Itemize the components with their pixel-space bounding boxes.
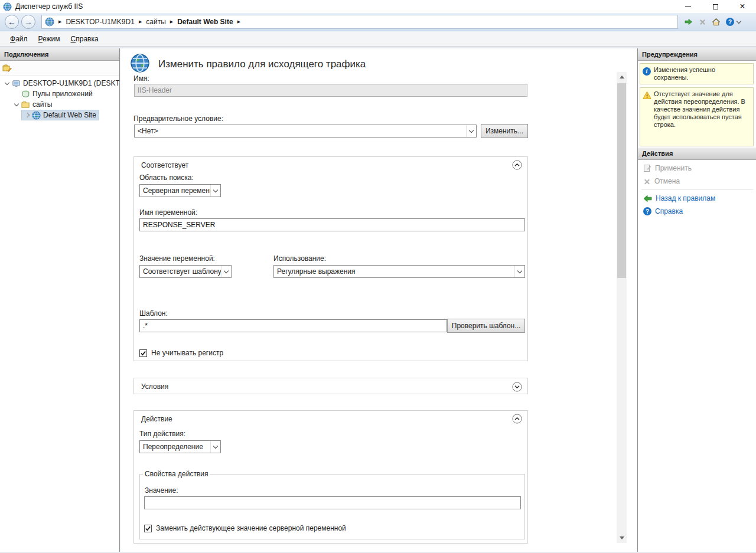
chevron-right-icon: ▶ — [237, 19, 240, 24]
chevron-down-icon — [221, 266, 231, 277]
info-icon: i — [643, 66, 654, 81]
actions-separator — [641, 189, 753, 190]
server-icon — [12, 79, 21, 88]
replace-variable-row[interactable]: Заменить действующее значение серверной … — [144, 524, 346, 532]
connections-toolbar — [0, 61, 119, 76]
back-arrow-icon: ← — [8, 17, 16, 27]
collapsed-chevron-icon[interactable] — [22, 113, 32, 117]
tree-item-sites[interactable]: сайты — [0, 99, 119, 110]
close-button[interactable]: × — [729, 0, 756, 13]
close-icon: × — [739, 2, 745, 11]
minimize-button[interactable] — [674, 0, 702, 13]
menu-help[interactable]: Справка — [66, 32, 104, 45]
collapse-down-icon[interactable] — [512, 382, 522, 392]
apply-action: Применить — [638, 162, 756, 175]
iis-app-icon — [3, 2, 12, 11]
help-icon: ? — [643, 207, 651, 215]
title-bar: Диспетчер служб IIS × — [0, 0, 756, 13]
variable-name-input[interactable] — [139, 218, 525, 231]
triangle-up-icon — [620, 76, 624, 78]
conditions-section: Условия — [133, 378, 528, 394]
variable-name-label: Имя переменной: — [139, 208, 197, 217]
variable-value-value: Соответствует шаблону — [143, 267, 221, 276]
variable-value-select[interactable]: Соответствует шаблону — [139, 265, 232, 278]
site-globe-icon — [45, 17, 54, 27]
connections-header: Подключения — [0, 48, 119, 61]
chevron-down-icon — [514, 266, 524, 277]
chevron-right-icon: ▶ — [170, 19, 173, 24]
help-label[interactable]: Справка — [655, 207, 683, 215]
pattern-input[interactable] — [139, 319, 447, 332]
forward-arrow-icon: → — [24, 17, 32, 27]
create-connection-icon[interactable] — [2, 63, 12, 73]
actions-header: Действия — [638, 148, 756, 160]
ignore-case-label: Не учитывать регистр — [151, 349, 223, 357]
scrollbar-thumb[interactable] — [617, 83, 626, 278]
scroll-down-button[interactable] — [617, 533, 627, 543]
forward-button[interactable]: → — [21, 15, 35, 29]
variable-value-label: Значение переменной: — [139, 254, 215, 263]
collapse-up-icon[interactable] — [512, 414, 522, 424]
expand-chevron-icon[interactable] — [2, 82, 12, 84]
maximize-button[interactable] — [702, 0, 729, 13]
name-label: Имя: — [133, 74, 149, 83]
back-button[interactable]: ← — [5, 15, 19, 29]
tree-item-default-web-site[interactable]: Default Web Site — [0, 110, 119, 120]
action-type-value: Переопределение — [143, 443, 210, 451]
globe-icon — [32, 111, 41, 120]
stop-icon — [699, 18, 706, 26]
menu-view[interactable]: Режим — [33, 32, 66, 45]
selected-tree-item[interactable]: Default Web Site — [21, 110, 99, 120]
using-select[interactable]: Регулярные выражения — [273, 265, 525, 278]
menu-file[interactable]: Файл — [5, 32, 33, 45]
scope-select[interactable]: Серверная переменн — [139, 184, 221, 197]
action-type-select[interactable]: Переопределение — [139, 440, 221, 453]
back-to-rules-action[interactable]: Назад к правилам — [638, 192, 756, 205]
breadcrumb-item-server[interactable]: DESKTOP-U1MK9D1 — [66, 18, 134, 26]
action-value-input[interactable] — [144, 496, 521, 509]
cancel-action: Отмена — [638, 175, 756, 188]
test-pattern-button[interactable]: Проверить шаблон... — [447, 319, 525, 333]
home-icon[interactable] — [712, 18, 721, 26]
back-arrow-icon — [643, 195, 652, 202]
tree-item-server[interactable]: DESKTOP-U1MK9D1 (DESKTOI — [0, 78, 119, 89]
action-type-label: Тип действия: — [139, 430, 185, 438]
tree-item-app-pools[interactable]: Пулы приложений — [0, 89, 119, 99]
scroll-up-button[interactable] — [617, 72, 627, 82]
chevron-right-icon: ▶ — [58, 19, 61, 24]
info-alert: i Изменения успешно сохранены. — [640, 63, 754, 84]
breadcrumb-item-default-web-site[interactable]: Default Web Site — [177, 18, 233, 26]
pattern-label: Шаблон: — [139, 309, 168, 318]
chevron-down-icon[interactable] — [737, 18, 741, 23]
chevron-right-icon: ▶ — [139, 19, 142, 24]
actions-panel: Предупреждения i Изменения успешно сохра… — [637, 48, 756, 552]
precondition-label: Предварительное условие: — [133, 114, 223, 123]
name-input — [134, 84, 527, 97]
tree-item-label: Default Web Site — [43, 111, 96, 119]
breadcrumb-item-sites[interactable]: сайты — [146, 18, 166, 26]
replace-variable-label: Заменить действующее значение серверной … — [156, 524, 346, 532]
ignore-case-row[interactable]: Не учитывать регистр — [139, 349, 223, 357]
refresh-icon[interactable] — [684, 17, 693, 27]
help-icon[interactable]: ? — [726, 18, 734, 26]
warning-icon — [643, 90, 654, 143]
precondition-value: <Нет> — [138, 127, 466, 135]
replace-variable-checkbox[interactable] — [144, 525, 152, 532]
precondition-select[interactable]: <Нет> — [134, 125, 477, 138]
menu-bar: Файл Режим Справка — [0, 31, 756, 47]
expand-chevron-icon[interactable] — [12, 103, 21, 106]
ignore-case-checkbox[interactable] — [139, 349, 147, 357]
action-properties-legend: Свойства действия — [143, 470, 210, 478]
help-action[interactable]: ? Справка — [638, 205, 756, 218]
vertical-scrollbar[interactable] — [617, 72, 627, 543]
cancel-icon — [643, 178, 651, 185]
edit-precondition-button[interactable]: Изменить... — [481, 124, 528, 138]
breadcrumb[interactable]: ▶ DESKTOP-U1MK9D1 ▶ сайты ▶ Default Web … — [41, 15, 678, 29]
action-properties-group: Свойства действия Значение: Заменить дей… — [139, 470, 525, 539]
scope-value: Серверная переменн — [143, 186, 210, 195]
back-to-rules-label[interactable]: Назад к правилам — [656, 194, 715, 202]
collapse-up-icon[interactable] — [512, 160, 522, 170]
window-title: Диспетчер служб IIS — [15, 2, 83, 11]
action-value-label: Значение: — [145, 486, 178, 495]
rule-editor-panel: Изменить правило для исходящего трафика … — [120, 48, 637, 552]
